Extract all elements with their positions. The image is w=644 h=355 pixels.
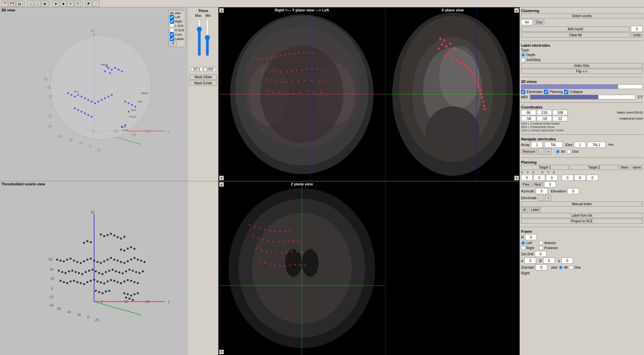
- tal1-input[interactable]: [587, 142, 606, 148]
- frame-one-radio[interactable]: [569, 265, 573, 270]
- mri-slider[interactable]: [530, 95, 635, 99]
- thresholded-canvas[interactable]: y 60 60 40 20 0 -20 -40 60 40 20 0 -20 0…: [0, 187, 188, 355]
- x-plane-view-top[interactable]: X plane view ▲ ▼: [385, 7, 520, 181]
- manual-index-btn[interactable]: Manual Index: [521, 202, 643, 207]
- label-btn[interactable]: Label: [529, 207, 541, 212]
- clustering-value-input[interactable]: [521, 19, 533, 25]
- legend-rsce-check[interactable]: [170, 28, 174, 32]
- toolbar-btn-4[interactable]: 🔍: [27, 1, 34, 7]
- t2-z-input[interactable]: [587, 175, 598, 181]
- index-elec-btn[interactable]: Index Elec: [521, 63, 643, 68]
- anterior-radio-item[interactable]: Anterior: [539, 241, 558, 245]
- elec-input[interactable]: [574, 142, 586, 148]
- legend-right-check[interactable]: [170, 19, 174, 24]
- nav-minus-btn[interactable]: -: [538, 148, 544, 154]
- t1-x-input[interactable]: [521, 175, 533, 181]
- planning-checkbox[interactable]: [544, 90, 548, 94]
- beta-input[interactable]: [543, 258, 555, 264]
- frame-one-radio-item[interactable]: One: [569, 265, 581, 270]
- undo-btn[interactable]: Undo: [631, 33, 643, 38]
- legend-conn-row[interactable]: Conn: [170, 32, 184, 37]
- electrode-minus[interactable]: -: [538, 195, 544, 201]
- toolbar-btn-9[interactable]: ↻: [67, 1, 74, 7]
- legend-rsce-row[interactable]: R SCE: [170, 28, 184, 32]
- toolbar-btn-10[interactable]: ✎: [75, 1, 81, 7]
- toolbar-btn-12[interactable]: ◦: [93, 1, 99, 7]
- legend-conn-check[interactable]: [170, 32, 174, 37]
- y-plane-view[interactable]: Right <--- Y plane view ---> Left ▲ ▼: [218, 7, 385, 181]
- elevation-input[interactable]: [567, 188, 579, 194]
- toolbar-btn-11[interactable]: ◤: [85, 1, 92, 7]
- toolbar-btn-5[interactable]: 🔎: [34, 1, 41, 7]
- t1-z-input[interactable]: [546, 175, 558, 181]
- electrode-plus[interactable]: +: [545, 195, 551, 201]
- frame-all-radio-item[interactable]: All: [559, 265, 568, 270]
- legend-lsce-check[interactable]: [170, 24, 174, 28]
- planning-check-row[interactable]: Planning: [544, 90, 563, 94]
- legend-r-btn[interactable]: R: [170, 41, 177, 46]
- toolbar-btn-1[interactable]: 📅: [1, 1, 8, 7]
- y-scroll-down[interactable]: ▼: [219, 176, 224, 180]
- ch-btn[interactable]: ch: [521, 207, 528, 212]
- views-2d-slider[interactable]: [521, 84, 643, 89]
- next-val-input[interactable]: [544, 181, 556, 187]
- posterior-radio[interactable]: [539, 246, 543, 250]
- toolbar-btn-3[interactable]: 🖴: [16, 1, 23, 7]
- t1-y-input[interactable]: [533, 175, 545, 181]
- target2-btn[interactable]: Target 2: [570, 165, 618, 170]
- legend-left-check[interactable]: [170, 15, 174, 19]
- x-scroll-up[interactable]: ▲: [514, 8, 519, 13]
- first-second-input[interactable]: [535, 251, 547, 257]
- legend-left-row[interactable]: Left: [170, 15, 184, 19]
- thres-max-slider[interactable]: [196, 19, 203, 56]
- array-input[interactable]: [531, 142, 543, 148]
- gamma-input[interactable]: [561, 258, 573, 264]
- legend-right-row[interactable]: Right: [170, 19, 184, 24]
- legend-lsce-row[interactable]: L SCE: [170, 24, 184, 28]
- nav-one-radio[interactable]: [567, 149, 571, 154]
- thres-min-slider[interactable]: [204, 19, 211, 56]
- anterior-radio[interactable]: [539, 241, 543, 245]
- right-radio[interactable]: [521, 246, 525, 250]
- prev-btn[interactable]: Prev: [521, 182, 531, 187]
- add-coord-val[interactable]: [631, 26, 643, 32]
- frame-all-radio[interactable]: [559, 265, 563, 270]
- x-scroll-down[interactable]: ▼: [514, 176, 519, 180]
- tal-input[interactable]: [544, 142, 563, 148]
- name-btn[interactable]: name: [631, 165, 643, 170]
- alpha-input[interactable]: [524, 258, 536, 264]
- grid-strip-radio[interactable]: [521, 58, 525, 62]
- z-scroll-down[interactable]: ▼: [219, 350, 224, 354]
- mask-erode-btn[interactable]: Mask Erode: [190, 81, 217, 86]
- electrodes-check-row[interactable]: Electrodes: [521, 90, 542, 94]
- legend-r-row[interactable]: R: [170, 41, 184, 46]
- z-scroll-up[interactable]: ▲: [219, 182, 224, 187]
- legend-labels-check[interactable]: [170, 37, 174, 41]
- legend-labels-row[interactable]: Labels: [170, 37, 184, 41]
- posterior-radio-item[interactable]: Posterior: [539, 246, 558, 250]
- grid-strip-radio-item[interactable]: Grid/Strip: [521, 58, 643, 62]
- add-coord-btn[interactable]: Add coord: [521, 27, 630, 32]
- collapse-checkbox[interactable]: [564, 90, 568, 94]
- toolbar-btn-7[interactable]: ■: [52, 1, 59, 7]
- depth-radio[interactable]: [521, 53, 525, 57]
- second-last-input[interactable]: [535, 264, 547, 270]
- new-btn[interactable]: New: [619, 165, 630, 170]
- mask-dilate-btn[interactable]: Mask Dilate: [190, 75, 217, 80]
- project-to-sce-btn[interactable]: Project to SCE: [521, 219, 643, 224]
- clus-btn[interactable]: Clus: [534, 20, 544, 25]
- depth-radio-item[interactable]: Depth: [521, 53, 643, 57]
- electrodes-checkbox[interactable]: [521, 90, 525, 94]
- nav-plus-btn[interactable]: +: [546, 148, 552, 154]
- collapse-check-row[interactable]: Collapse: [564, 90, 583, 94]
- nav-all-radio[interactable]: [556, 149, 560, 154]
- left-radio-item[interactable]: Left: [521, 241, 534, 245]
- left-radio[interactable]: [521, 241, 525, 245]
- t2-x-input[interactable]: [562, 175, 573, 181]
- next-btn[interactable]: Next: [533, 182, 543, 187]
- y-scroll-up[interactable]: ▲: [219, 8, 224, 13]
- all-radio-item[interactable]: All: [556, 149, 565, 154]
- flip-btn[interactable]: Flip <->: [521, 69, 643, 74]
- clear-all-btn[interactable]: Clear All: [521, 33, 630, 38]
- one-radio-item[interactable]: One: [567, 149, 578, 154]
